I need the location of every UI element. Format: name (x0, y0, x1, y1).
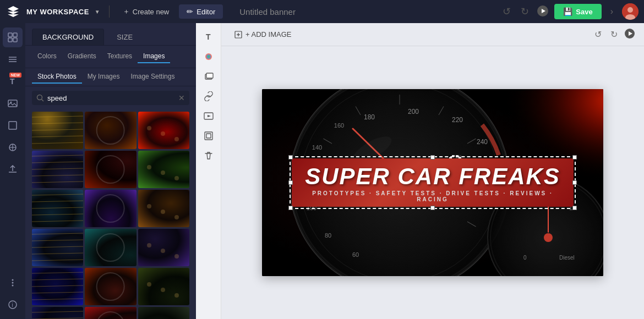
tab-size[interactable]: SIZE (106, 29, 143, 45)
svg-line-36 (32, 162, 83, 163)
tab-image-settings[interactable]: Image Settings (125, 70, 180, 84)
avatar[interactable] (622, 3, 638, 20)
subtab-colors[interactable]: Colors (32, 50, 62, 63)
svg-rect-5 (8, 33, 12, 37)
handle-bottom-left[interactable] (288, 206, 293, 210)
image-thumb[interactable] (32, 268, 83, 305)
tab-background[interactable]: BACKGROUND (32, 29, 104, 45)
svg-line-56 (32, 253, 83, 254)
delete-tool[interactable] (199, 146, 218, 165)
handle-bottom-right[interactable] (572, 206, 577, 210)
sidebar-item-elements[interactable] (3, 138, 23, 157)
canvas-play-button[interactable] (624, 28, 635, 41)
layers-tool[interactable] (199, 67, 218, 86)
image-thumb[interactable] (138, 307, 189, 319)
editor-tab[interactable]: ✏ Editor (179, 4, 223, 19)
image-thumb[interactable] (85, 190, 136, 227)
image-thumb[interactable] (32, 112, 83, 149)
canvas-redo-button[interactable]: ↻ (608, 28, 620, 41)
handle-top-left[interactable] (288, 155, 293, 160)
sidebar-item-more[interactable] (3, 273, 23, 293)
svg-line-64 (32, 285, 83, 287)
sidebar-item-layers[interactable] (3, 50, 23, 69)
canvas-wrapper: 180 200 220 240 40 160 140 120 100 80 60… (221, 46, 644, 319)
svg-point-40 (97, 156, 124, 183)
redo-button[interactable]: ↻ (519, 4, 531, 19)
image-thumb[interactable] (85, 229, 136, 266)
save-button[interactable]: 💾 Save (554, 4, 601, 19)
svg-point-70 (174, 293, 179, 298)
svg-line-44 (32, 194, 83, 195)
svg-point-20 (12, 282, 14, 284)
sidebar-item-text[interactable]: T NEW (3, 72, 23, 91)
subtab-textures[interactable]: Textures (102, 50, 138, 63)
canvas-undo-button[interactable]: ↺ (592, 28, 604, 41)
image-thumb[interactable] (85, 268, 136, 305)
svg-line-62 (32, 272, 83, 273)
image-thumb[interactable] (138, 112, 189, 149)
panel-tabs: BACKGROUND SIZE (25, 23, 196, 46)
right-panel-toggle[interactable]: › (610, 7, 613, 16)
image-thumb[interactable] (32, 190, 83, 227)
banner-text-area[interactable]: SUPER CAR FREAKS PROTOTYPES · SAFETY TES… (290, 156, 576, 209)
banner-canvas[interactable]: 180 200 220 240 40 160 140 120 100 80 60… (262, 89, 603, 276)
svg-point-42 (161, 170, 165, 175)
undo-button[interactable]: ↺ (500, 4, 513, 19)
link-tool[interactable] (199, 87, 218, 106)
document-title[interactable]: Untitled banner (228, 7, 495, 16)
svg-line-66 (32, 299, 83, 300)
svg-text:160: 160 (334, 122, 344, 129)
clear-search-button[interactable]: ✕ (178, 94, 185, 102)
handle-bottom-middle[interactable] (430, 206, 435, 210)
svg-text:140: 140 (312, 144, 322, 151)
image-thumb[interactable] (85, 151, 136, 188)
image-thumb[interactable] (32, 229, 83, 266)
image-thumb[interactable] (32, 307, 83, 319)
sidebar-item-info[interactable]: i (3, 295, 23, 315)
image-thumb[interactable] (85, 112, 136, 149)
add-image-button[interactable]: + ADD IMAGE (230, 28, 296, 41)
handle-top-middle[interactable] (430, 155, 435, 160)
save-label: Save (576, 8, 592, 16)
svg-line-25 (42, 100, 44, 102)
svg-point-68 (147, 282, 151, 287)
svg-line-55 (32, 246, 83, 248)
svg-text:Diesel: Diesel (559, 255, 575, 261)
color-tool[interactable] (199, 47, 218, 66)
svg-line-53 (32, 233, 83, 234)
tab-stock-photos[interactable]: Stock Photos (32, 70, 82, 84)
search-icon (36, 94, 44, 102)
svg-point-24 (37, 95, 42, 100)
subtab-images[interactable]: Images (138, 50, 170, 63)
sidebar-item-shapes[interactable] (3, 116, 23, 135)
image-thumb[interactable] (138, 268, 189, 305)
svg-point-31 (97, 117, 124, 144)
create-new-button[interactable]: ＋ Create new (118, 4, 173, 19)
handle-top-right[interactable] (572, 155, 577, 160)
media-tool[interactable] (199, 107, 218, 125)
image-thumb[interactable] (138, 229, 189, 266)
topbar: MY WORKSPACE ▼ ＋ Create new ✏ Editor Unt… (0, 0, 644, 23)
side-panel: BACKGROUND SIZE Colors Gradients Texture… (25, 23, 196, 319)
svg-line-30 (32, 142, 83, 144)
sidebar-item-export[interactable] (3, 160, 23, 179)
handle-left-middle[interactable] (288, 180, 293, 185)
svg-point-3 (627, 7, 633, 13)
svg-point-21 (12, 285, 14, 287)
logo[interactable] (6, 4, 21, 19)
image-thumb[interactable] (138, 190, 189, 227)
sidebar-item-images[interactable] (3, 94, 23, 113)
handle-right-middle[interactable] (572, 180, 577, 185)
image-thumb[interactable] (138, 151, 189, 188)
tab-my-images[interactable]: My Images (82, 70, 125, 84)
text-tool[interactable]: T (199, 28, 218, 46)
search-input[interactable] (47, 94, 175, 102)
sidebar-item-grid[interactable] (3, 28, 23, 47)
frame-tool[interactable] (199, 127, 218, 145)
svg-rect-7 (8, 38, 12, 42)
image-thumb[interactable] (32, 151, 83, 188)
image-thumb[interactable] (85, 307, 136, 319)
subtab-gradients[interactable]: Gradients (62, 50, 102, 63)
workspace-chevron-icon[interactable]: ▼ (95, 9, 100, 15)
play-button[interactable] (537, 5, 549, 19)
